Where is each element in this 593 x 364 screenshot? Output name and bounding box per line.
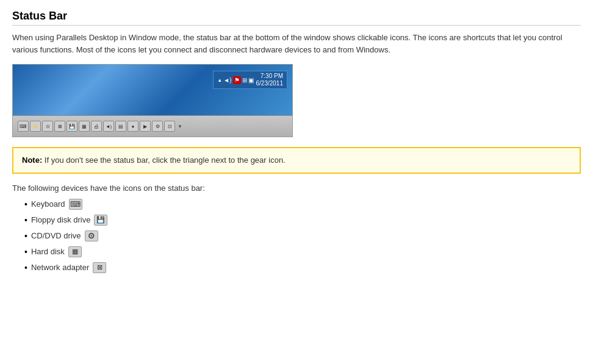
screenshot-container: ▲ ◄) ⚑ ⊞ ▣ 7:30 PM 6/23/2011 ⌨ ⚡ ⊙ ⊠ <box>12 64 293 137</box>
screenshot-image: ▲ ◄) ⚑ ⊞ ▣ 7:30 PM 6/23/2011 ⌨ ⚡ ⊙ ⊠ <box>12 64 293 137</box>
taskbar-icon-floppy: 💾 <box>66 121 77 132</box>
volume-icon: ◄) <box>223 77 231 84</box>
cdrom-icon <box>85 230 98 241</box>
taskbar: ⌨ ⚡ ⊙ ⊠ 💾 ▦ 🖨 ◄) ▤ ● ▶ ⚙ ⊡ ▼ <box>13 115 292 137</box>
list-item: Keyboard <box>24 199 581 210</box>
taskbar-icon-cam: ▤ <box>115 121 126 132</box>
tray-icons: ▲ ◄) ⚑ ⊞ ▣ <box>217 76 253 84</box>
monitor-icon: ▣ <box>248 77 254 84</box>
keyboard-icon <box>69 199 82 210</box>
taskbar-icon-gear: ⚙ <box>152 121 163 132</box>
list-item: Network adapter <box>24 262 581 273</box>
list-item: CD/DVD drive <box>24 230 581 241</box>
network-icon <box>93 262 106 273</box>
transfer-icon: ⊞ <box>242 77 247 84</box>
cdrom-label: CD/DVD drive <box>31 231 81 240</box>
taskbar-icon-cdrom: ⊙ <box>42 121 53 132</box>
devices-intro-text: The following devices have the icons on … <box>12 184 581 193</box>
hdd-label: Hard disk <box>31 247 65 256</box>
taskbar-icon-mic: ● <box>128 121 138 132</box>
taskbar-icon-vol: ◄) <box>103 121 114 132</box>
note-label: Note: <box>22 155 42 165</box>
intro-text: When using Parallels Desktop in Window m… <box>12 32 581 55</box>
network-label: Network adapter <box>31 263 89 272</box>
system-tray: ▲ ◄) ⚑ ⊞ ▣ 7:30 PM 6/23/2011 <box>213 71 287 89</box>
chevron-icon: ▲ <box>217 77 222 83</box>
device-list: Keyboard Floppy disk drive CD/DVD drive … <box>12 199 581 273</box>
system-time: 7:30 PM 6/23/2011 <box>256 73 284 87</box>
taskbar-icons: ⌨ ⚡ ⊙ ⊠ 💾 ▦ 🖨 ◄) ▤ ● ▶ ⚙ ⊡ ▼ <box>15 120 185 133</box>
list-item: Floppy disk drive <box>24 215 581 226</box>
taskbar-icon-print: 🖨 <box>91 121 102 132</box>
taskbar-icon-network: ⊠ <box>54 121 65 132</box>
taskbar-icon-hdd: ▦ <box>79 121 90 132</box>
floppy-label: Floppy disk drive <box>31 215 91 224</box>
list-item: Hard disk <box>24 246 581 257</box>
keyboard-label: Keyboard <box>31 199 65 209</box>
flag-icon: ⚑ <box>233 76 241 84</box>
taskbar-dropdown: ▼ <box>178 124 182 129</box>
floppy-icon <box>94 215 107 226</box>
note-box: Note: If you don't see the status bar, c… <box>12 147 581 174</box>
note-text: If you don't see the status bar, click t… <box>45 155 286 165</box>
hdd-icon <box>68 246 82 257</box>
taskbar-icon-window: ⊡ <box>164 121 175 132</box>
page-title: Status Bar <box>12 10 581 26</box>
taskbar-icon-play: ▶ <box>140 121 151 132</box>
taskbar-icon-keyboard: ⌨ <box>18 121 29 132</box>
page-container: Status Bar When using Parallels Desktop … <box>0 0 593 288</box>
taskbar-icon-usb: ⚡ <box>30 121 41 132</box>
